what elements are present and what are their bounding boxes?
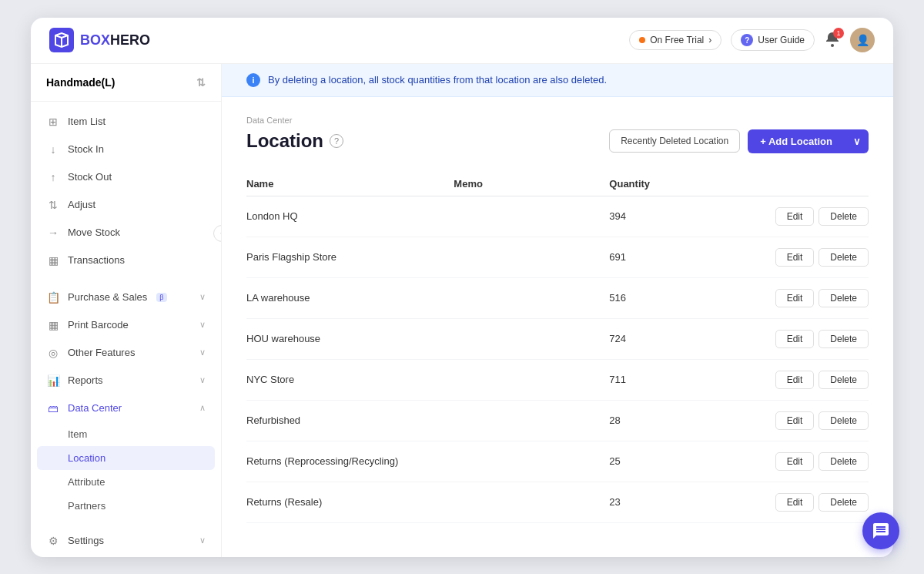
edit-button[interactable]: Edit <box>775 411 815 430</box>
delete-button[interactable]: Delete <box>819 207 869 226</box>
notification-badge: 1 <box>833 28 844 39</box>
sidebar-item-label: Other Features <box>68 347 135 358</box>
delete-button[interactable]: Delete <box>819 411 869 430</box>
cell-name: Refurbished <box>246 415 454 426</box>
edit-button[interactable]: Edit <box>775 207 815 226</box>
table-header: Name Memo Quantity <box>246 172 869 196</box>
edit-button[interactable]: Edit <box>775 248 815 267</box>
sidebar-item-label: Purchase & Sales <box>68 291 147 303</box>
content-body: Data Center Location ? Recently Deleted … <box>222 97 893 542</box>
sidebar-item-label: Adjust <box>68 199 95 210</box>
workspace-selector[interactable]: Handmade(L) ⇅ <box>31 64 221 102</box>
cell-name: HOU warehouse <box>246 333 454 344</box>
sidebar-sub-item-attribute[interactable]: Attribute <box>31 470 221 494</box>
sidebar-item-adjust[interactable]: ⇅ Adjust <box>31 191 221 219</box>
cell-actions: Edit Delete <box>765 411 869 430</box>
sidebar-item-print-barcode[interactable]: ▦ Print Barcode ∨ <box>31 311 221 339</box>
col-name: Name <box>246 178 454 190</box>
trial-button[interactable]: On Free Trial › <box>629 30 721 50</box>
sidebar-item-data-center[interactable]: 🗃 Data Center ∧ <box>31 394 221 422</box>
cell-name: Returns (Resale) <box>246 496 454 508</box>
info-icon: i <box>246 73 260 87</box>
delete-button[interactable]: Delete <box>819 452 869 471</box>
cell-name: NYC Store <box>246 374 454 385</box>
settings-icon: ⚙ <box>46 534 60 548</box>
main-layout: Handmade(L) ⇅ ⊞ Item List ↓ Stock In ↑ S… <box>31 64 893 557</box>
sort-icon: ⇅ <box>196 76 206 89</box>
cell-actions: Edit Delete <box>765 207 869 226</box>
barcode-icon: ▦ <box>46 318 60 332</box>
adjust-icon: ⇅ <box>46 198 60 212</box>
add-location-chevron[interactable]: ∨ <box>845 129 869 153</box>
move-icon: → <box>46 226 60 240</box>
sidebar-item-move-stock[interactable]: → Move Stock <box>31 219 221 247</box>
sidebar-item-stock-out[interactable]: ↑ Stock Out <box>31 163 221 191</box>
chevron-right-icon: › <box>708 35 711 45</box>
cell-quantity: 28 <box>609 415 765 426</box>
delete-button[interactable]: Delete <box>819 330 869 348</box>
sub-item-label: Location <box>68 452 105 464</box>
cell-actions: Edit Delete <box>765 248 869 267</box>
delete-button[interactable]: Delete <box>819 289 869 307</box>
table-row: Returns (Reprocessing/Recycling) 25 Edit… <box>246 441 869 482</box>
add-location-button[interactable]: + Add Location ∨ <box>748 129 869 153</box>
header: BOXHERO On Free Trial › ? User Guide 1 👤 <box>31 18 893 64</box>
sidebar: Handmade(L) ⇅ ⊞ Item List ↓ Stock In ↑ S… <box>31 64 222 557</box>
sidebar-sub-item-partners[interactable]: Partners <box>31 494 221 518</box>
sub-item-label: Item <box>68 428 87 440</box>
edit-button[interactable]: Edit <box>775 452 815 471</box>
table-row: LA warehouse 516 Edit Delete <box>246 278 869 319</box>
receipt-icon: 📋 <box>46 290 60 304</box>
delete-button[interactable]: Delete <box>819 371 869 389</box>
cell-quantity: 724 <box>609 333 765 344</box>
sidebar-item-settings[interactable]: ⚙ Settings ∨ <box>31 527 221 555</box>
help-icon[interactable]: ? <box>330 134 343 148</box>
sidebar-sub-item-location[interactable]: Location <box>37 446 215 470</box>
sidebar-item-label: Stock In <box>68 143 104 155</box>
sidebar-item-item-list[interactable]: ⊞ Item List <box>31 108 221 136</box>
breadcrumb: Data Center <box>246 116 869 125</box>
location-table: Name Memo Quantity London HQ 394 Edit De… <box>246 172 869 523</box>
sidebar-item-stock-in[interactable]: ↓ Stock In <box>31 136 221 163</box>
delete-button[interactable]: Delete <box>819 493 869 512</box>
sidebar-item-label: Stock Out <box>68 171 112 183</box>
cell-quantity: 23 <box>609 496 765 508</box>
cell-actions: Edit Delete <box>765 371 869 389</box>
sidebar-item-transactions[interactable]: ▦ Transactions <box>31 247 221 274</box>
trial-dot <box>639 37 645 43</box>
sidebar-item-label: Settings <box>68 535 104 546</box>
edit-button[interactable]: Edit <box>775 493 815 512</box>
cell-actions: Edit Delete <box>765 289 869 307</box>
notification-button[interactable]: 1 <box>824 31 841 50</box>
table-row: NYC Store 711 Edit Delete <box>246 360 869 401</box>
cell-name: Paris Flagship Store <box>246 251 454 263</box>
chevron-down-icon: ∨ <box>199 375 206 385</box>
recently-deleted-button[interactable]: Recently Deleted Location <box>609 129 740 153</box>
sidebar-item-label: Move Stock <box>68 227 120 238</box>
database-icon: 🗃 <box>46 401 60 415</box>
sidebar-item-label: Item List <box>68 116 105 127</box>
edit-button[interactable]: Edit <box>775 371 815 389</box>
sidebar-item-other-features[interactable]: ◎ Other Features ∨ <box>31 339 221 367</box>
page-header: Location ? Recently Deleted Location + A… <box>246 129 869 153</box>
chat-button[interactable] <box>862 512 899 549</box>
table-row: HOU warehouse 724 Edit Delete <box>246 319 869 360</box>
svg-point-1 <box>831 44 834 47</box>
sidebar-item-purchase-sales[interactable]: 📋 Purchase & Sales β ∨ <box>31 284 221 311</box>
header-actions: Recently Deleted Location + Add Location… <box>609 129 869 153</box>
info-banner: i By deleting a location, all stock quan… <box>222 64 893 97</box>
info-message: By deleting a location, all stock quanti… <box>268 74 607 86</box>
user-guide-button[interactable]: ? User Guide <box>731 29 815 51</box>
table-row: London HQ 394 Edit Delete <box>246 196 869 237</box>
add-location-label: + Add Location <box>748 129 845 153</box>
sidebar-sub-item-item[interactable]: Item <box>31 422 221 446</box>
delete-button[interactable]: Delete <box>819 248 869 267</box>
content-area: i By deleting a location, all stock quan… <box>222 64 893 557</box>
sidebar-item-reports[interactable]: 📊 Reports ∨ <box>31 367 221 394</box>
cell-quantity: 516 <box>609 292 765 304</box>
edit-button[interactable]: Edit <box>775 330 815 348</box>
logo: BOXHERO <box>49 28 150 52</box>
avatar[interactable]: 👤 <box>850 28 875 52</box>
chat-icon <box>872 522 890 540</box>
edit-button[interactable]: Edit <box>775 289 815 307</box>
